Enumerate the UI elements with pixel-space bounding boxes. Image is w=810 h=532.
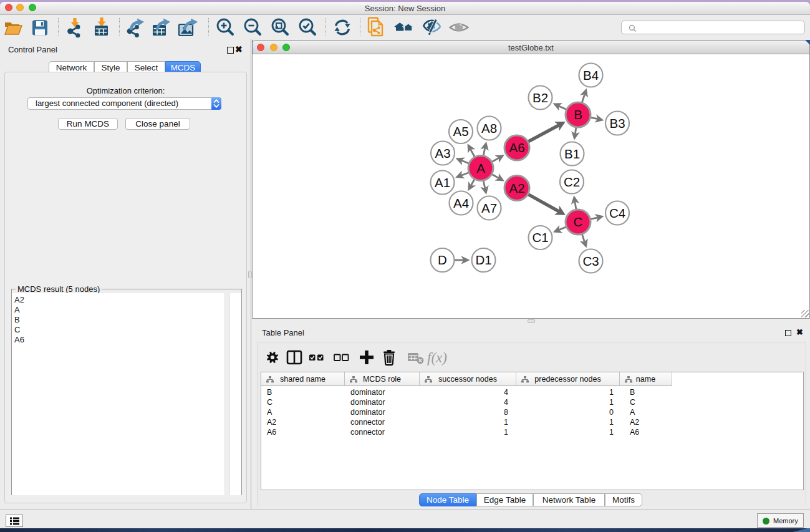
svg-text:A1: A1 bbox=[435, 175, 450, 190]
svg-text:C: C bbox=[574, 215, 583, 229]
svg-text:B: B bbox=[574, 107, 582, 122]
svg-text:B4: B4 bbox=[583, 68, 599, 82]
svg-text:A3: A3 bbox=[435, 146, 450, 160]
svg-text:A: A bbox=[476, 161, 485, 175]
svg-text:A5: A5 bbox=[453, 124, 468, 138]
svg-text:B2: B2 bbox=[533, 90, 548, 105]
svg-text:D: D bbox=[438, 253, 447, 267]
svg-text:C4: C4 bbox=[609, 206, 625, 220]
svg-text:C2: C2 bbox=[564, 175, 580, 189]
svg-text:f(x): f(x) bbox=[427, 350, 447, 365]
svg-text:B1: B1 bbox=[564, 147, 580, 161]
svg-text:C1: C1 bbox=[532, 230, 548, 244]
svg-text:A8: A8 bbox=[481, 121, 497, 135]
svg-text:B3: B3 bbox=[609, 116, 625, 130]
svg-text:A6: A6 bbox=[509, 140, 524, 155]
svg-text:D1: D1 bbox=[475, 253, 491, 267]
svg-text:A7: A7 bbox=[481, 201, 497, 215]
svg-text:A4: A4 bbox=[453, 196, 469, 210]
svg-text:A2: A2 bbox=[509, 181, 524, 195]
svg-text:C3: C3 bbox=[582, 254, 599, 268]
